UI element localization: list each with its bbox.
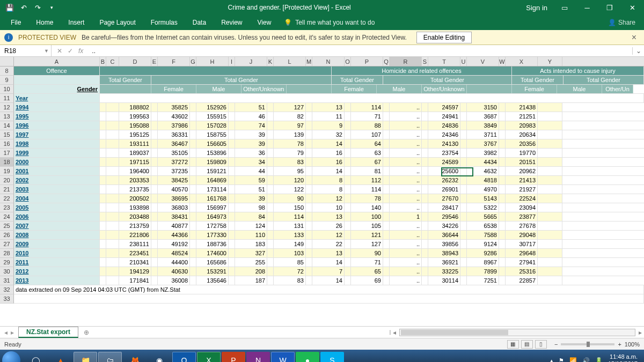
cell[interactable] — [345, 240, 351, 248]
header-homicide[interactable]: Homicide and related offences — [332, 67, 512, 75]
cell[interactable]: 122 — [274, 185, 306, 194]
cell[interactable]: 36467 — [158, 139, 190, 148]
cell[interactable]: 37235 — [158, 167, 190, 175]
col-R[interactable]: R — [390, 57, 422, 66]
cell[interactable]: 78 — [274, 139, 306, 148]
cell[interactable]: 37986 — [158, 121, 190, 130]
cell[interactable]: Female — [151, 85, 196, 93]
cell[interactable]: 153291 — [196, 267, 229, 276]
add-sheet-icon[interactable]: ⊕ — [78, 329, 94, 336]
cell[interactable] — [229, 212, 235, 221]
cell[interactable] — [383, 249, 390, 257]
cell[interactable] — [151, 258, 158, 267]
cell[interactable]: 196400 — [119, 167, 151, 175]
cell[interactable] — [306, 258, 312, 267]
cell[interactable]: 40570 — [158, 185, 190, 194]
cell[interactable]: 210341 — [119, 258, 151, 267]
tab-formulas[interactable]: Formulas — [143, 16, 185, 29]
cell[interactable] — [422, 130, 428, 139]
cell[interactable]: 95 — [274, 167, 306, 175]
cell[interactable]: 24346 — [428, 130, 460, 139]
cell[interactable]: Female — [512, 85, 557, 93]
cell[interactable]: 72 — [274, 267, 306, 276]
cell[interactable] — [383, 121, 390, 130]
cell[interactable]: 26 — [312, 221, 345, 230]
col-M[interactable]: M — [306, 57, 312, 66]
row-header[interactable]: 30 — [0, 267, 14, 276]
taskbar-app-chrome[interactable]: ◉ — [148, 352, 171, 362]
cell[interactable] — [100, 139, 106, 148]
col-U[interactable]: U — [460, 57, 467, 66]
cell[interactable] — [499, 185, 506, 194]
sheet-tab-active[interactable]: NZ.Stat export — [18, 327, 78, 338]
col-X[interactable]: X — [506, 57, 538, 66]
cell[interactable] — [422, 121, 428, 130]
cell[interactable] — [106, 249, 119, 257]
cell[interactable] — [229, 240, 235, 248]
sheet-prev-icon[interactable]: ◂ — [4, 329, 8, 336]
cell[interactable] — [345, 185, 351, 194]
cell[interactable] — [151, 194, 158, 203]
col-L[interactable]: L — [274, 57, 306, 66]
cell[interactable]: 44400 — [158, 258, 190, 267]
cell[interactable]: 79 — [274, 149, 306, 157]
cell[interactable]: 4970 — [467, 185, 499, 194]
cell[interactable] — [190, 112, 196, 121]
cell[interactable]: 24130 — [428, 139, 460, 148]
cell[interactable]: 84 — [235, 212, 267, 221]
header-acts[interactable]: Acts intended to cause injury — [512, 67, 644, 75]
cell[interactable]: 36803 — [158, 203, 190, 212]
cell[interactable]: 22857 — [506, 276, 538, 285]
cell[interactable] — [345, 158, 351, 166]
row-header[interactable]: 26 — [0, 231, 14, 240]
col-Q[interactable]: Q — [383, 57, 390, 66]
taskbar-app-powerpoint[interactable]: P — [222, 352, 245, 362]
cell[interactable] — [422, 185, 428, 194]
extract-note[interactable]: data extracted on 09 Sep 2014 04:03 UTC … — [14, 285, 644, 294]
cell[interactable] — [383, 139, 390, 148]
cell[interactable]: 38431 — [158, 212, 190, 221]
cell[interactable] — [151, 185, 158, 194]
cell[interactable] — [106, 130, 119, 139]
cell[interactable] — [383, 240, 390, 248]
cell[interactable]: 14 — [312, 258, 345, 267]
cell[interactable]: 83 — [274, 276, 306, 285]
tab-home[interactable]: Home — [28, 16, 61, 29]
cell[interactable] — [306, 158, 312, 166]
cell[interactable] — [460, 103, 467, 112]
cell[interactable] — [106, 149, 119, 157]
cell[interactable] — [499, 176, 506, 184]
cell[interactable] — [190, 267, 196, 276]
cell[interactable]: 36644 — [428, 231, 460, 239]
cell[interactable]: 65 — [351, 267, 383, 276]
tell-me[interactable]: 💡Tell me what you want to do — [279, 19, 375, 26]
select-all-corner[interactable] — [0, 57, 14, 66]
cell[interactable]: 19770 — [506, 149, 538, 157]
cell[interactable] — [106, 267, 119, 276]
row-header[interactable]: 9 — [0, 76, 14, 85]
cell[interactable] — [499, 158, 506, 166]
cell[interactable]: .. — [390, 149, 422, 157]
cell[interactable] — [190, 130, 196, 139]
cell[interactable]: 149 — [274, 240, 306, 248]
cell[interactable] — [151, 149, 158, 157]
cell[interactable] — [106, 240, 119, 248]
cell[interactable] — [100, 130, 106, 139]
cell[interactable] — [460, 149, 467, 157]
cell[interactable]: 110 — [235, 231, 267, 239]
cell[interactable]: 203353 — [119, 176, 151, 184]
ribbon-options-icon[interactable]: ▭ — [554, 0, 575, 15]
cell[interactable]: 238111 — [119, 240, 151, 248]
cell[interactable] — [190, 158, 196, 166]
cell[interactable] — [383, 176, 390, 184]
year-cell[interactable]: 2012 — [14, 267, 100, 276]
cell[interactable] — [538, 139, 562, 148]
cell[interactable] — [190, 258, 196, 267]
cell[interactable]: 85 — [274, 258, 306, 267]
cell[interactable] — [306, 194, 312, 203]
cell[interactable]: 195088 — [119, 121, 151, 130]
cell[interactable]: 38943 — [428, 249, 460, 257]
cell[interactable]: 23877 — [506, 212, 538, 221]
row-header[interactable]: 22 — [0, 194, 14, 203]
taskbar-app-word[interactable]: W — [271, 352, 295, 362]
